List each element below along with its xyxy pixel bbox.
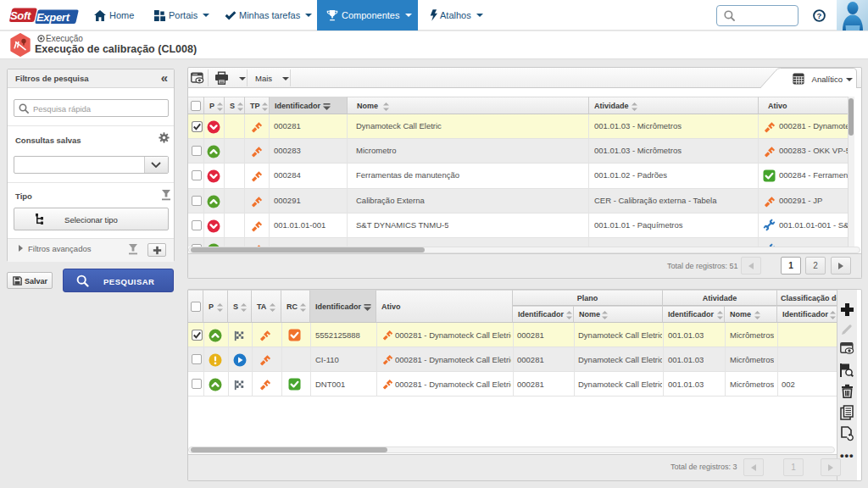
- svg-text:?: ?: [817, 11, 822, 20]
- svg-text:Soft: Soft: [10, 9, 31, 22]
- svg-text:Expert: Expert: [36, 11, 70, 24]
